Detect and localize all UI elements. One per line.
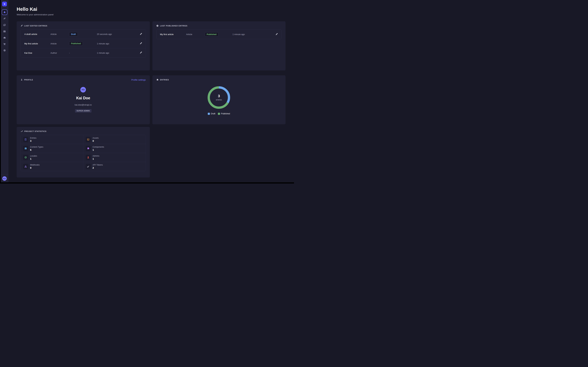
- sidebar-logo-area: [1, 0, 8, 8]
- user-avatar[interactable]: KD: [2, 176, 7, 181]
- table-row[interactable]: A draft article Article Draft 20 seconds…: [21, 30, 146, 39]
- edit-entry-button[interactable]: [137, 51, 142, 54]
- card-title: LAST EDITED ENTRIES: [24, 25, 47, 27]
- sidebar-item-home[interactable]: [2, 9, 7, 15]
- status-empty: -: [69, 52, 97, 54]
- entry-name: A draft article: [24, 33, 51, 35]
- card-title: LAST PUBLISHED ENTRIES: [160, 25, 188, 27]
- chart-legend: DraftPublished: [208, 113, 230, 115]
- sidebar-item-content-manager[interactable]: [2, 16, 7, 21]
- last-edited-entries-card: LAST EDITED ENTRIES A draft article Arti…: [17, 21, 150, 70]
- profile-name: Kai Doe: [76, 96, 90, 100]
- table-row[interactable]: My first article Article Published 1 min…: [21, 39, 146, 48]
- entry-updated: 1 minute ago: [97, 42, 137, 45]
- pencil-icon: [21, 25, 23, 27]
- stat-label: Assets: [93, 137, 99, 139]
- legend-item-draft: Draft: [208, 113, 215, 115]
- entry-name: My first article: [160, 33, 186, 35]
- table-row[interactable]: Kai Doe Author - 1 minute ago: [21, 48, 146, 58]
- card-title: PROFILE: [24, 79, 33, 81]
- legend-label: Draft: [211, 113, 215, 115]
- stat-value: 3: [30, 140, 36, 142]
- profile-email: kai.doe@strapi.io: [75, 104, 92, 106]
- sidebar-item-settings[interactable]: [2, 48, 7, 53]
- entry-name: Kai Doe: [24, 52, 51, 54]
- locales-globe-icon: [23, 155, 28, 160]
- profile-settings-link[interactable]: Profile settings: [131, 79, 146, 81]
- pencil-icon: [140, 33, 142, 36]
- entry-updated: 20 seconds ago: [97, 33, 137, 35]
- stat-label: Locales: [30, 155, 37, 157]
- trending-up-icon: [21, 130, 23, 133]
- stat-value: 1: [93, 149, 104, 151]
- feather-content-icon: [3, 17, 6, 20]
- card-title: PROJECT STATISTICS: [24, 130, 47, 132]
- status-badge: Draft: [69, 32, 78, 36]
- legend-item-published: Published: [218, 113, 230, 115]
- webhooks-bolt-icon: [23, 164, 28, 169]
- sidebar-item-marketplace[interactable]: [2, 41, 7, 47]
- stat-value: 1: [30, 157, 37, 160]
- content-types-layout-icon: [23, 146, 28, 151]
- sidebar: KD: [0, 0, 8, 184]
- role-badge: SUPER ADMIN: [75, 109, 91, 113]
- stat-webhooks: Webhooks 0: [21, 162, 83, 171]
- last-published-table: My first article Article Published 1 min…: [156, 30, 282, 39]
- api-tokens-key-icon: [86, 164, 91, 169]
- window-edge: [0, 0, 1, 184]
- content-type-builder-icon: [3, 30, 6, 33]
- stat-value: 1: [93, 157, 99, 160]
- cloud-icon: [3, 36, 6, 39]
- edit-entry-button[interactable]: [137, 42, 142, 45]
- page-subtitle: Welcome to your administration panel: [17, 13, 285, 16]
- edit-entry-button[interactable]: [137, 33, 142, 36]
- sidebar-item-content-type-builder[interactable]: [2, 29, 7, 34]
- entry-type: Article: [186, 33, 205, 35]
- sidebar-user-area: KD: [0, 175, 8, 182]
- last-published-entries-card: LAST PUBLISHED ENTRIES My first article …: [152, 21, 286, 70]
- marketplace-cart-icon: [3, 43, 6, 45]
- project-statistics-card: PROJECT STATISTICS Entries 3: [17, 127, 150, 177]
- strapi-logo-icon[interactable]: [2, 2, 7, 6]
- stat-entries: Entries 3: [21, 135, 83, 144]
- stat-value: 0: [93, 140, 99, 142]
- stat-admins: Admins 1: [83, 153, 146, 162]
- stat-label: Content-Types: [30, 146, 43, 148]
- stat-label: Webhooks: [30, 164, 40, 166]
- entries-doc-icon: [23, 137, 28, 142]
- puzzle-icon: [156, 79, 159, 81]
- pencil-icon: [140, 51, 142, 54]
- profile-body: KD Kai Doe kai.doe@strapi.io SUPER ADMIN: [21, 87, 146, 113]
- entry-name: My first article: [24, 42, 51, 45]
- table-row[interactable]: My first article Article Published 1 min…: [156, 30, 282, 39]
- sidebar-item-media-library[interactable]: [2, 22, 7, 28]
- main-content: Hello Kai Welcome to your administration…: [8, 0, 294, 184]
- strapi-admin-app: KD Hello Kai Welcome to your administrat…: [0, 0, 294, 184]
- stat-label: Admins: [93, 155, 99, 157]
- legend-swatch: [218, 113, 220, 115]
- stat-api-tokens: API Tokens 2: [83, 162, 146, 171]
- stat-label: API Tokens: [93, 164, 103, 166]
- home-icon: [3, 11, 6, 14]
- status-badge: Published: [69, 42, 83, 46]
- profile-card: PROFILE Profile settings KD Kai Doe kai.…: [17, 75, 150, 124]
- entries-total-label: entries: [216, 99, 222, 101]
- person-icon: [21, 79, 23, 81]
- stat-value: 2: [93, 166, 103, 169]
- sidebar-item-deploy[interactable]: [2, 35, 7, 41]
- entry-type: Article: [51, 42, 69, 45]
- assets-image-icon: [86, 137, 91, 142]
- edit-entry-button[interactable]: [273, 33, 278, 36]
- card-title: ENTRIES: [160, 79, 169, 81]
- project-statistics-table: Entries 3 Assets: [21, 135, 146, 171]
- stat-value: 6: [30, 149, 43, 151]
- stat-label: Entries: [30, 137, 36, 139]
- admins-user-icon: [86, 155, 91, 160]
- status-badge: Published: [205, 32, 218, 37]
- entries-total: 3: [218, 94, 220, 98]
- profile-avatar: KD: [80, 87, 86, 92]
- components-puzzle-icon: [86, 146, 91, 151]
- legend-swatch: [208, 113, 210, 115]
- stat-locales: Locales 1: [21, 153, 83, 162]
- stat-value: 0: [30, 166, 40, 169]
